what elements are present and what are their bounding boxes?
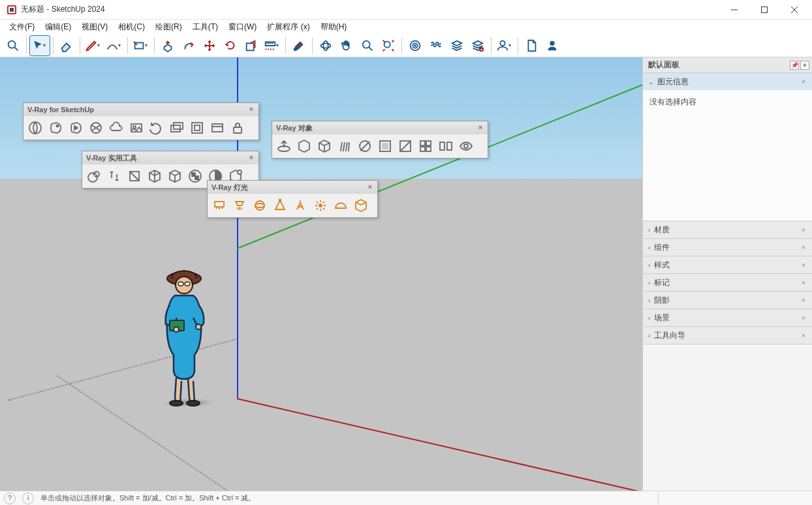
menu-tools[interactable]: 工具(T) — [187, 20, 223, 34]
light-sphere-icon[interactable] — [250, 196, 270, 215]
section-header-shadows[interactable]: ›阴影× — [643, 292, 812, 309]
obj-fur-icon[interactable] — [335, 136, 354, 156]
vray-swap-icon[interactable] — [104, 166, 124, 186]
menu-edit[interactable]: 编辑(E) — [40, 20, 76, 34]
measurement-box[interactable] — [658, 493, 808, 504]
close-icon[interactable]: × — [799, 278, 808, 287]
zoom-extents-tool-icon[interactable] — [378, 35, 399, 56]
section-header-styles[interactable]: ›样式× — [643, 256, 812, 273]
warehouse-tool-icon[interactable] — [405, 35, 426, 56]
light-rect-icon[interactable] — [210, 196, 229, 215]
eraser-tool-icon[interactable] — [56, 35, 77, 56]
vray-lock-icon[interactable] — [228, 118, 247, 138]
user-tool-icon[interactable]: ▾ — [494, 35, 515, 56]
move-tool-icon[interactable] — [199, 35, 220, 56]
search-tool-icon[interactable] — [3, 35, 23, 56]
select-tool-icon[interactable]: ▾ — [29, 35, 50, 56]
vray-frame2-icon[interactable] — [208, 118, 227, 138]
obj-grid2-icon[interactable] — [436, 136, 456, 156]
vray-lights-title[interactable]: V-Ray 灯光× — [208, 181, 377, 194]
zoom-tool-icon[interactable] — [357, 35, 378, 56]
close-icon[interactable]: × — [799, 260, 808, 269]
close-icon[interactable]: × — [799, 243, 808, 252]
vray-vision-icon[interactable] — [86, 118, 106, 138]
obj-eye-icon[interactable] — [456, 136, 476, 156]
obj-plane-icon[interactable] — [274, 136, 294, 156]
extension-tool-icon[interactable] — [426, 35, 446, 56]
section-header-components[interactable]: ›组件× — [643, 239, 812, 256]
pin-icon[interactable]: 📌 — [790, 61, 799, 70]
minimize-button[interactable] — [719, 0, 749, 20]
rectangle-tool-icon[interactable]: ▾ — [131, 35, 151, 56]
vray-asset-editor-icon[interactable] — [25, 118, 45, 138]
vray-render-icon[interactable] — [46, 118, 65, 138]
rotate-tool-icon[interactable] — [220, 35, 241, 56]
vray-main-title[interactable]: V-Ray for SketchUp× — [23, 103, 258, 116]
tape-tool-icon[interactable]: ▾ — [262, 35, 283, 56]
help-icon[interactable]: ? — [4, 493, 16, 504]
layers2-tool-icon[interactable] — [467, 35, 488, 56]
section-header-instructor[interactable]: ›工具向导× — [643, 327, 812, 344]
menu-camera[interactable]: 相机(C) — [113, 20, 150, 34]
close-icon[interactable]: × — [800, 61, 809, 70]
menu-file[interactable]: 文件(F) — [4, 20, 40, 34]
obj-decal-icon[interactable] — [375, 136, 395, 156]
light-dome-icon[interactable] — [331, 196, 351, 215]
close-button[interactable] — [779, 0, 809, 20]
vray-lights-toolbar[interactable]: V-Ray 灯光× — [207, 180, 378, 218]
section-header-tags[interactable]: ›标记× — [643, 274, 812, 291]
vray-interactive-icon[interactable] — [66, 118, 86, 138]
menu-extensions[interactable]: 扩展程序 (x) — [262, 20, 315, 34]
vray-objects-title[interactable]: V-Ray 对象× — [272, 121, 488, 134]
light-spot-icon[interactable] — [270, 196, 290, 215]
close-icon[interactable]: × — [366, 182, 375, 191]
obj-clipper-icon[interactable] — [355, 136, 375, 156]
menu-draw[interactable]: 绘图(R) — [150, 20, 187, 34]
close-icon[interactable]: × — [799, 313, 808, 322]
pan-tool-icon[interactable] — [336, 35, 357, 56]
profile-tool-icon[interactable] — [542, 35, 563, 56]
obj-grid-icon[interactable] — [416, 136, 435, 156]
section-header-scenes[interactable]: ›场景× — [643, 309, 812, 326]
light-plane-icon[interactable] — [230, 196, 249, 215]
menu-help[interactable]: 帮助(H) — [315, 20, 352, 34]
3d-viewport[interactable]: V-Ray for SketchUp× V-Ray 实用工具× — [0, 57, 642, 491]
light-mesh-icon[interactable] — [351, 196, 371, 215]
vray-sphere-icon[interactable] — [84, 166, 104, 186]
vray-objects-toolbar[interactable]: V-Ray 对象× — [272, 121, 488, 159]
vray-box1-icon[interactable] — [125, 166, 144, 186]
section-header-entity-info[interactable]: ⌄图元信息× — [643, 73, 812, 90]
vray-viewport-icon[interactable] — [127, 118, 146, 138]
vray-cube2-icon[interactable] — [165, 166, 185, 186]
close-icon[interactable]: × — [799, 331, 808, 340]
pushpull-tool-icon[interactable] — [157, 35, 178, 56]
scale-figure[interactable] — [157, 267, 215, 407]
vray-cloud-icon[interactable] — [106, 118, 126, 138]
obj-scatter-icon[interactable] — [396, 136, 415, 156]
close-icon[interactable]: × — [799, 225, 808, 234]
vray-checker-icon[interactable] — [185, 166, 205, 186]
close-icon[interactable]: × — [476, 123, 485, 132]
menu-view[interactable]: 视图(V) — [76, 20, 113, 34]
light-omni-icon[interactable] — [311, 196, 330, 215]
obj-proxy2-icon[interactable] — [315, 136, 334, 156]
paint-tool-icon[interactable] — [289, 35, 309, 56]
layers-tool-icon[interactable] — [446, 35, 467, 56]
pencil-tool-icon[interactable]: ▾ — [83, 35, 104, 56]
arc-tool-icon[interactable]: ▾ — [104, 35, 125, 56]
vray-undo-icon[interactable] — [147, 118, 166, 138]
vray-utils-title[interactable]: V-Ray 实用工具× — [82, 151, 258, 164]
vray-frame-icon[interactable] — [187, 118, 207, 138]
offset-tool-icon[interactable] — [178, 35, 199, 56]
scale-tool-icon[interactable] — [241, 35, 262, 56]
vray-main-toolbar[interactable]: V-Ray for SketchUp× — [23, 102, 259, 140]
close-icon[interactable]: × — [799, 296, 808, 305]
close-icon[interactable]: × — [247, 153, 256, 162]
vray-cube1-icon[interactable] — [145, 166, 164, 186]
close-icon[interactable]: × — [799, 77, 808, 86]
orbit-tool-icon[interactable] — [315, 35, 336, 56]
obj-proxy-icon[interactable] — [294, 136, 314, 156]
newfile-tool-icon[interactable] — [521, 35, 542, 56]
vray-batch-icon[interactable] — [167, 118, 187, 138]
info-icon[interactable]: i — [22, 493, 34, 504]
